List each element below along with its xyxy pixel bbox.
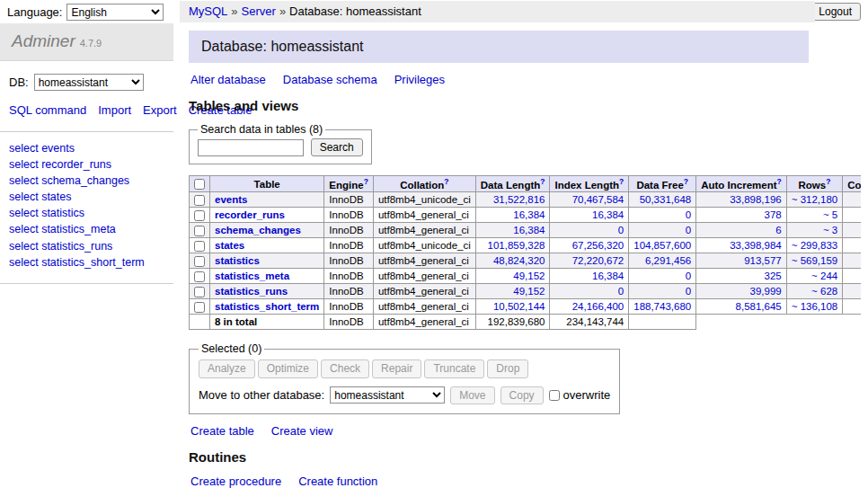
table-link-statistics-meta[interactable]: statistics_meta <box>215 271 289 281</box>
auto-increment-link[interactable]: 39,999 <box>750 286 782 297</box>
select-all-checkbox[interactable] <box>194 179 205 190</box>
rows-link[interactable]: ~ 299,833 <box>792 240 837 251</box>
row-checkbox[interactable] <box>194 241 205 252</box>
rows-link[interactable]: ~ 628 <box>811 286 837 297</box>
repair-button[interactable]: Repair <box>372 359 421 377</box>
rows-link[interactable]: ~ 5 <box>823 209 837 220</box>
row-checkbox[interactable] <box>194 287 205 297</box>
logout-button[interactable]: Logout <box>810 3 861 21</box>
create-view-link[interactable]: Create view <box>271 424 333 438</box>
row-checkbox[interactable] <box>194 256 205 267</box>
data-free-link[interactable]: 50,331,648 <box>640 194 692 205</box>
rows-link[interactable]: ~ 136,108 <box>792 301 837 312</box>
auto-increment-link[interactable]: 913,577 <box>744 255 782 266</box>
help-link[interactable]: ? <box>364 177 368 186</box>
auto-increment-link[interactable]: 8,581,645 <box>736 301 782 312</box>
row-checkbox[interactable] <box>194 210 205 221</box>
help-link[interactable]: ? <box>540 177 545 186</box>
index-length-link[interactable]: 0 <box>618 286 624 297</box>
copy-button[interactable]: Copy <box>500 386 544 404</box>
check-button[interactable]: Check <box>321 359 369 377</box>
auto-increment-link[interactable]: 6 <box>775 225 781 235</box>
index-length-link[interactable]: 24,166,400 <box>572 301 624 312</box>
data-free-link[interactable]: 0 <box>686 209 691 220</box>
table-link-statistics[interactable]: statistics <box>215 255 260 266</box>
select-link-statistics[interactable]: select <box>9 207 39 219</box>
index-length-link[interactable]: 0 <box>618 225 624 235</box>
table-link-states[interactable]: states <box>215 240 244 251</box>
data-length-link[interactable]: 49,152 <box>513 286 545 297</box>
data-free-link[interactable]: 0 <box>686 225 691 235</box>
select-link-recorder-runs[interactable]: select <box>9 158 39 171</box>
help-link[interactable]: ? <box>444 177 448 186</box>
auto-increment-link[interactable]: 325 <box>765 271 782 281</box>
select-link-events[interactable]: select <box>9 142 39 155</box>
index-length-link[interactable]: 67,256,320 <box>572 240 624 251</box>
data-free-link[interactable]: 188,743,680 <box>633 301 691 312</box>
rows-link[interactable]: ~ 3 <box>823 225 837 235</box>
data-length-link[interactable]: 101,859,328 <box>488 240 545 251</box>
language-select[interactable]: English <box>66 4 164 21</box>
index-length-link[interactable]: 16,384 <box>592 209 624 220</box>
data-length-link[interactable]: 10,502,144 <box>493 301 545 312</box>
optimize-button[interactable]: Optimize <box>258 359 318 377</box>
data-length-link[interactable]: 16,384 <box>513 225 545 235</box>
data-length-link[interactable]: 49,152 <box>513 271 545 281</box>
index-length-link[interactable]: 72,220,672 <box>572 255 624 266</box>
select-link-schema-changes[interactable]: select <box>9 174 39 187</box>
index-length-link[interactable]: 16,384 <box>592 271 624 281</box>
data-free-link[interactable]: 6,291,456 <box>645 255 691 266</box>
table-link-events[interactable]: events <box>215 194 247 205</box>
sidebar-table-link-recorder-runs[interactable]: recorder_runs <box>41 158 111 171</box>
sidebar-link-import[interactable]: Import <box>98 103 131 117</box>
help-link[interactable]: ? <box>777 177 782 186</box>
search-button[interactable]: Search <box>311 138 363 156</box>
overwrite-checkbox[interactable] <box>549 390 560 401</box>
sidebar-table-link-statistics-short-term[interactable]: statistics_short_term <box>41 256 145 269</box>
select-link-statistics-runs[interactable]: select <box>9 240 39 253</box>
privileges-link[interactable]: Privileges <box>394 73 445 86</box>
create-function-link[interactable]: Create function <box>298 475 377 488</box>
create-table-link[interactable]: Create table <box>190 424 254 438</box>
sidebar-link-sql-command[interactable]: SQL command <box>9 103 86 117</box>
help-link[interactable]: ? <box>826 177 830 186</box>
select-link-statistics-meta[interactable]: select <box>9 223 39 235</box>
truncate-button[interactable]: Truncate <box>424 359 484 377</box>
data-length-link[interactable]: 16,384 <box>513 209 545 220</box>
data-free-link[interactable]: 0 <box>686 271 691 281</box>
sidebar-table-link-statistics-meta[interactable]: statistics_meta <box>41 223 116 235</box>
analyze-button[interactable]: Analyze <box>199 359 255 377</box>
database-schema-link[interactable]: Database schema <box>283 73 377 86</box>
data-length-link[interactable]: 31,522,816 <box>493 194 545 205</box>
table-link-schema-changes[interactable]: schema_changes <box>215 225 301 235</box>
table-link-statistics-short-term[interactable]: statistics_short_term <box>215 301 319 312</box>
create-procedure-link[interactable]: Create procedure <box>190 475 281 488</box>
sidebar-table-link-states[interactable]: states <box>41 191 71 203</box>
rows-link[interactable]: ~ 569,159 <box>792 255 837 266</box>
row-checkbox[interactable] <box>194 195 205 206</box>
db-select[interactable]: homeassistant <box>34 74 144 91</box>
data-free-link[interactable]: 104,857,600 <box>633 240 691 251</box>
auto-increment-link[interactable]: 33,398,984 <box>730 240 782 251</box>
sidebar-link-export[interactable]: Export <box>143 103 177 117</box>
table-link-statistics-runs[interactable]: statistics_runs <box>215 286 288 297</box>
search-input[interactable] <box>198 139 304 156</box>
auto-increment-link[interactable]: 378 <box>765 209 782 220</box>
auto-increment-link[interactable]: 33,898,196 <box>730 194 782 205</box>
row-checkbox[interactable] <box>194 226 205 236</box>
drop-button[interactable]: Drop <box>487 359 528 377</box>
alter-database-link[interactable]: Alter database <box>190 73 266 86</box>
help-link[interactable]: ? <box>619 177 624 186</box>
sidebar-table-link-schema-changes[interactable]: schema_changes <box>41 174 129 187</box>
rows-link[interactable]: ~ 244 <box>811 271 837 281</box>
data-length-link[interactable]: 48,824,320 <box>493 255 545 266</box>
index-length-link[interactable]: 70,467,584 <box>572 194 624 205</box>
sidebar-table-link-statistics-runs[interactable]: statistics_runs <box>41 240 112 253</box>
move-button[interactable]: Move <box>450 386 494 404</box>
row-checkbox[interactable] <box>194 271 205 282</box>
help-link[interactable]: ? <box>684 177 688 186</box>
sidebar-table-link-statistics[interactable]: statistics <box>41 207 84 219</box>
breadcrumb-server-link[interactable]: Server <box>242 4 276 18</box>
sidebar-table-link-events[interactable]: events <box>41 142 75 155</box>
row-checkbox[interactable] <box>194 302 205 313</box>
